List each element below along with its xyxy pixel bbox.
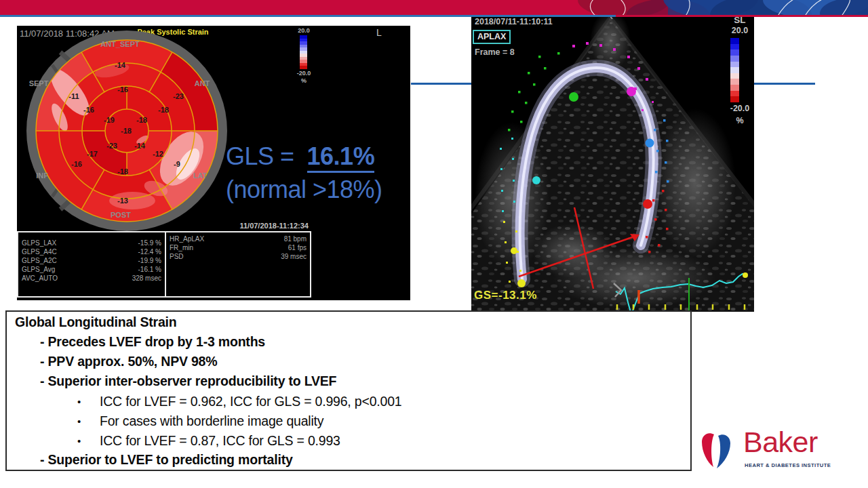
svg-text:-18: -18: [121, 127, 132, 135]
svg-text:-16: -16: [71, 160, 82, 168]
svg-text:-18: -18: [117, 167, 128, 176]
gls-callout: GLS = 16.1%(normal >18%): [226, 140, 409, 206]
ultrasound-image: [471, 14, 754, 312]
ecg-cursor-dot: [743, 272, 748, 278]
measurement-table: GLPS_LAX-15.9 % GLPS_A4C-12.4 % GLPS_A2C…: [17, 231, 311, 298]
svg-text:ANT_SEPT: ANT_SEPT: [100, 40, 140, 48]
table-row: HR_ApLAX81 bpm: [166, 235, 310, 243]
notes-bullet: - PPV approx. 50%, NPV 98%: [40, 354, 217, 369]
table-row: FR_min61 fps: [166, 243, 310, 252]
notes-sub-bullet: •ICC for LVEF = 0.962, ICC for GLS = 0.9…: [77, 394, 401, 409]
table-row: GLPS_LAX-15.9 %: [18, 239, 165, 247]
glps-measurements: GLPS_LAX-15.9 % GLPS_A4C-12.4 % GLPS_A2C…: [18, 232, 166, 296]
svg-text:SEPT: SEPT: [29, 79, 49, 87]
svg-text:-18: -18: [158, 106, 169, 114]
notes-bullet: - Superior to LVEF to predicting mortali…: [40, 452, 293, 468]
strain-report-panel: 11/07/2018 11:08:42 AM Peak Systolic Str…: [17, 26, 410, 300]
notes-box: Global Longitudinal Strain - Precedes LV…: [5, 310, 692, 471]
table-row: AVC_AUTO328 msec: [18, 274, 165, 283]
banner-graphic: [0, 0, 868, 17]
ultrasound-timestamp: 2018/07/11-11:10:11: [475, 17, 553, 26]
svg-text:-12: -12: [153, 150, 163, 158]
view-label: APLAX: [473, 30, 511, 44]
gls-value: 16.1%: [307, 142, 375, 173]
acquisition-measurements: HR_ApLAX81 bpm FR_min61 fps PSD39 msec: [166, 232, 310, 296]
frame-label: Frame = 8: [475, 47, 515, 57]
table-row: GLPS_Avg-16.1 %: [18, 265, 165, 274]
scale-min-label: -20.0: [722, 104, 757, 113]
report-timestamp: 11/07/2018-11:12:34: [17, 222, 309, 230]
baker-heart-icon: [701, 431, 732, 470]
svg-text:-16: -16: [117, 85, 128, 94]
svg-text:-13: -13: [117, 197, 128, 205]
svg-text:-16: -16: [83, 106, 94, 114]
notes-title: Global Longitudinal Strain: [15, 314, 177, 330]
notes-bullet: - Precedes LVEF drop by 1-3 months: [40, 334, 265, 350]
svg-text:-11: -11: [68, 92, 79, 100]
notes-sub-bullet: •For cases with borderline image quality: [77, 413, 323, 429]
svg-text:-23: -23: [106, 142, 117, 150]
svg-text:LAT: LAT: [193, 171, 208, 180]
scale-unit-label: %: [728, 116, 752, 125]
notes-sub-bullet: •ICC for LVEF = 0.87, ICC for GLS = 0.99…: [77, 433, 340, 449]
ultrasound-colorbar: [730, 38, 739, 102]
svg-text:-18: -18: [136, 116, 147, 124]
svg-text:ANT: ANT: [195, 79, 210, 87]
global-strain-readout: GS=-13.1%: [474, 289, 537, 302]
presentation-slide: 11/07/2018 11:08:42 AM Peak Systolic Str…: [0, 0, 868, 488]
scale-max-label: 20.0: [728, 26, 752, 35]
svg-text:-17: -17: [87, 150, 98, 158]
svg-text:POST: POST: [111, 211, 131, 219]
table-row: GLPS_A4C-12.4 %: [18, 247, 165, 256]
ultrasound-panel: 2018/07/11-11:10:11 APLAX Frame = 8 SL 2…: [471, 14, 754, 312]
notes-bullet: - Superior inter-observer reproducibilit…: [40, 373, 336, 389]
svg-text:-14: -14: [134, 142, 146, 150]
gls-normal-range: (normal >18%): [226, 176, 382, 203]
svg-text:-9: -9: [174, 160, 180, 168]
svg-text:-23: -23: [173, 92, 184, 100]
baker-tagline: HEART & DIABETES INSTITUTE: [745, 462, 831, 468]
svg-text:-14: -14: [115, 61, 126, 69]
svg-text:INF: INF: [36, 171, 48, 180]
baker-wordmark: Baker: [743, 426, 818, 459]
svg-text:-19: -19: [104, 116, 115, 124]
slide-top-banner: [0, 0, 868, 17]
table-row: GLPS_A2C-19.9 %: [18, 256, 165, 265]
table-row: PSD39 msec: [166, 252, 310, 261]
baker-logo: Baker HEART & DIABETES INSTITUTE: [701, 431, 857, 472]
